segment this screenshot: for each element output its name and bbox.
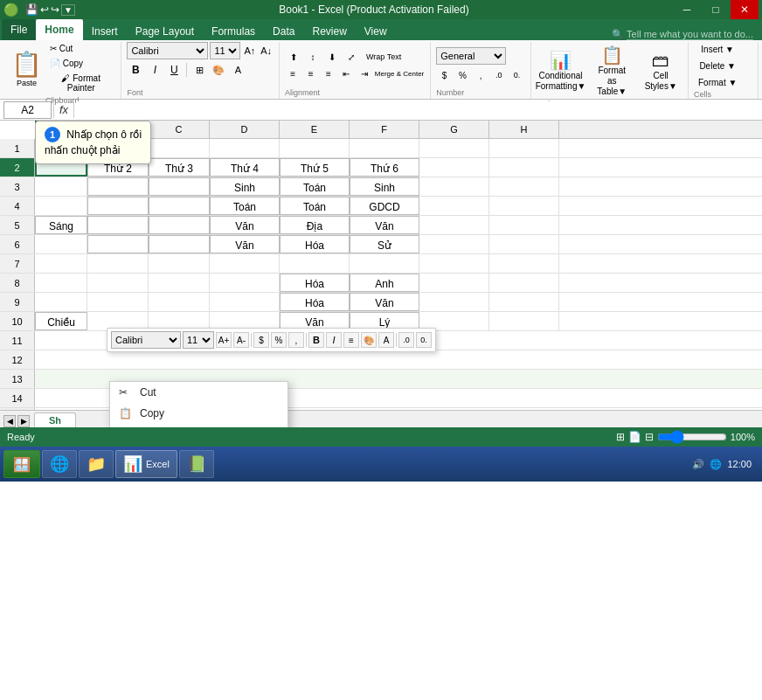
- cell-b4[interactable]: [87, 197, 149, 215]
- start-button[interactable]: 🪟: [3, 450, 40, 478]
- indent-increase-btn[interactable]: ⇥: [356, 66, 371, 81]
- redo-btn[interactable]: ↪: [51, 3, 59, 16]
- text-direction-btn[interactable]: ⤢: [343, 49, 360, 65]
- mini-decimal-less[interactable]: 0.: [416, 332, 432, 348]
- mini-italic[interactable]: I: [326, 332, 342, 348]
- scroll-tabs-left[interactable]: ◀: [3, 415, 16, 427]
- cell-b9[interactable]: [87, 293, 149, 311]
- cell-e1[interactable]: [280, 139, 350, 157]
- cell-d4[interactable]: Toán: [210, 197, 280, 215]
- conditional-formatting-btn[interactable]: 📊 Conditional Formatting▼: [537, 47, 585, 94]
- cell-h2[interactable]: [489, 158, 559, 177]
- cell-h9[interactable]: [489, 293, 559, 311]
- mini-increase-font[interactable]: A+: [216, 332, 232, 348]
- cell-g8[interactable]: [419, 274, 489, 292]
- cell-a10[interactable]: Chiều: [35, 312, 87, 330]
- row-header-10[interactable]: 10: [0, 312, 35, 330]
- tab-page-layout[interactable]: Page Layout: [127, 23, 203, 40]
- cell-b7[interactable]: [87, 254, 149, 273]
- row-header-2[interactable]: 2: [0, 158, 35, 177]
- cell-c6[interactable]: [149, 235, 210, 253]
- sheet-tab-active[interactable]: Sh: [34, 412, 76, 427]
- bold-btn[interactable]: B: [127, 61, 144, 79]
- tab-data[interactable]: Data: [264, 23, 303, 40]
- cell-h6[interactable]: [489, 235, 559, 253]
- cell-h5[interactable]: [489, 216, 559, 234]
- font-name-select[interactable]: Calibri: [127, 42, 208, 59]
- col-header-e[interactable]: E: [280, 121, 350, 138]
- tab-view[interactable]: View: [356, 23, 396, 40]
- cell-g5[interactable]: [419, 216, 489, 234]
- cell-a5[interactable]: Sáng: [35, 216, 87, 234]
- row-header-8[interactable]: 8: [0, 274, 35, 292]
- cell-g6[interactable]: [419, 235, 489, 253]
- cell-g9[interactable]: [419, 293, 489, 311]
- borders-btn[interactable]: ⊞: [190, 61, 208, 79]
- cell-f6[interactable]: Sử: [350, 235, 419, 253]
- col-header-h[interactable]: H: [489, 121, 559, 138]
- col-header-d[interactable]: D: [210, 121, 280, 138]
- tab-home[interactable]: Home: [36, 19, 82, 40]
- cell-e4[interactable]: Toán: [280, 197, 350, 215]
- mini-fill-color[interactable]: 🎨: [361, 332, 377, 348]
- cell-a9[interactable]: [35, 293, 87, 311]
- mini-font-color[interactable]: A: [378, 332, 394, 348]
- cell-c4[interactable]: [149, 197, 210, 215]
- row-header-3[interactable]: 3: [0, 177, 35, 196]
- decimal-decrease-btn[interactable]: 0.: [509, 67, 525, 83]
- font-color-btn[interactable]: A: [229, 61, 246, 79]
- cell-f4[interactable]: GDCD: [350, 197, 419, 215]
- align-top-btn[interactable]: ⬆: [285, 49, 302, 65]
- italic-btn[interactable]: I: [146, 61, 163, 79]
- cell-h7[interactable]: [489, 254, 559, 273]
- cell-a4[interactable]: [35, 197, 87, 215]
- zoom-slider[interactable]: [657, 432, 727, 442]
- cell-a6[interactable]: [35, 235, 87, 253]
- row-header-7[interactable]: 7: [0, 254, 35, 273]
- cell-g3[interactable]: [419, 177, 489, 196]
- cell-c1[interactable]: [149, 139, 210, 157]
- cell-f8[interactable]: Anh: [350, 274, 419, 292]
- formula-input[interactable]: [76, 101, 759, 119]
- mini-decrease-font[interactable]: A-: [233, 332, 249, 348]
- cell-d2[interactable]: Thứ 4: [210, 158, 280, 177]
- cell-f2[interactable]: Thứ 6: [350, 158, 419, 177]
- cell-h8[interactable]: [489, 274, 559, 292]
- merge-center-btn[interactable]: Merge & Center: [374, 66, 425, 81]
- align-bottom-btn[interactable]: ⬇: [323, 49, 341, 65]
- decimal-increase-btn[interactable]: .0: [491, 67, 508, 83]
- align-middle-btn[interactable]: ↕: [304, 49, 322, 65]
- status-page-layout[interactable]: 📄: [628, 431, 641, 443]
- indent-decrease-btn[interactable]: ⇤: [338, 66, 354, 81]
- cell-f1[interactable]: [350, 139, 419, 157]
- wrap-text-btn[interactable]: Wrap Text: [362, 49, 405, 65]
- row-header-4[interactable]: 4: [0, 197, 35, 215]
- comma-btn[interactable]: ,: [473, 67, 489, 83]
- cell-d9[interactable]: [210, 293, 280, 311]
- row-header-9[interactable]: 9: [0, 293, 35, 311]
- save-btn[interactable]: 💾: [25, 3, 38, 16]
- cell-f3[interactable]: Sinh: [350, 177, 419, 196]
- cell-e8[interactable]: Hóa: [280, 274, 350, 292]
- cell-h1[interactable]: [489, 139, 559, 157]
- cell-b5[interactable]: [87, 216, 149, 234]
- cell-g7[interactable]: [419, 254, 489, 273]
- tell-me[interactable]: Tell me what you want to do...: [627, 29, 753, 40]
- mini-percent[interactable]: %: [271, 332, 287, 348]
- cell-b8[interactable]: [87, 274, 149, 292]
- cell-b6[interactable]: [87, 235, 149, 253]
- underline-btn[interactable]: U: [165, 61, 183, 79]
- cell-d8[interactable]: [210, 274, 280, 292]
- cell-c8[interactable]: [149, 274, 210, 292]
- mini-font-select[interactable]: Calibri: [111, 331, 181, 349]
- delete-cells-btn[interactable]: Delete ▼: [694, 59, 741, 73]
- taskbar-ie[interactable]: 🌐: [42, 450, 77, 478]
- tab-insert[interactable]: Insert: [83, 23, 127, 40]
- tab-review[interactable]: Review: [303, 23, 355, 40]
- tab-formulas[interactable]: Formulas: [203, 23, 264, 40]
- cell-f5[interactable]: Văn: [350, 216, 419, 234]
- cell-c5[interactable]: [149, 216, 210, 234]
- cell-f7[interactable]: [350, 254, 419, 273]
- cell-g2[interactable]: [419, 158, 489, 177]
- cut-btn[interactable]: ✂ Cut: [46, 42, 115, 55]
